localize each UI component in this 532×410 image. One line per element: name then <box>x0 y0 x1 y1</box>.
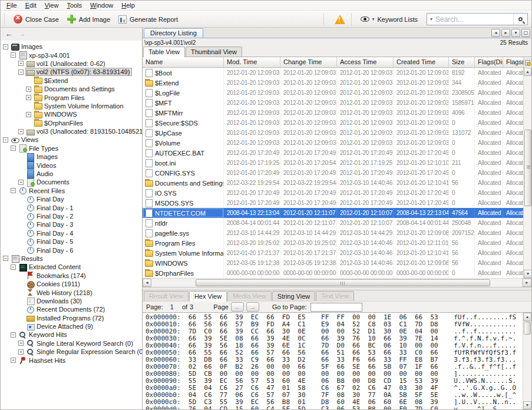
table-row-extend[interactable]: $Extend2012-01-20 12:09:032012-01-20 12:… <box>143 78 524 88</box>
search-options-dropdown[interactable]: ▾ <box>427 16 435 22</box>
generate-report-button[interactable]: Generate Report <box>114 14 182 25</box>
tree-item-results[interactable]: −Results <box>1 254 142 263</box>
tree-item-orphanfiles[interactable]: $OrphanFiles <box>1 119 142 127</box>
column-header-flags-dir[interactable]: Flags(Dir) <box>475 57 503 67</box>
back-button[interactable]: ← <box>3 29 15 39</box>
table-row-mftmirr[interactable]: $MFTMirr2012-01-20 12:09:032012-01-20 12… <box>143 108 524 118</box>
tree-item-extend[interactable]: $Extend <box>1 77 142 85</box>
scroll-right-button[interactable]: ► <box>523 279 531 287</box>
scroll-tabs-left-button[interactable]: ◂ <box>491 29 500 37</box>
expander-icon[interactable]: + <box>18 349 24 355</box>
expander-icon[interactable]: + <box>26 112 31 117</box>
tree-item-windows[interactable]: +WINDOWS <box>1 110 142 118</box>
tree-item-final-day-3[interactable]: Final Day - 3 <box>1 220 142 229</box>
tab-list-dropdown-button[interactable]: ▾ <box>511 29 520 37</box>
tree-item-single-regular-expression-search-0[interactable]: +Single Regular Expression Search (0) <box>1 348 142 356</box>
scroll-tabs-right-button[interactable]: ▸ <box>501 29 510 37</box>
tree-item-downloads-30[interactable]: Downloads (30) <box>1 297 142 305</box>
search-button[interactable] <box>513 14 527 25</box>
table-row-upcase[interactable]: $UpCase2012-01-20 12:09:032012-01-20 12:… <box>143 128 524 138</box>
tree-item-images[interactable]: −Images <box>1 42 142 51</box>
table-row-io-sys[interactable]: IO.SYS2012-01-20 17:20:492012-01-20 17:2… <box>143 188 524 198</box>
scroll-up-button[interactable]: ▲ <box>524 68 531 76</box>
tree-item-documents-and-settings[interactable]: +Documents and Settings <box>1 85 142 93</box>
tree-item-web-history-1218[interactable]: Web History (1218) <box>1 288 142 296</box>
expander-icon[interactable]: + <box>26 87 31 92</box>
table-row-windows[interactable]: WINDOWS2012-03-05 19:12:382012-03-05 19:… <box>143 258 524 268</box>
table-row-logfile[interactable]: $LogFile2012-01-20 12:09:032012-01-20 12… <box>143 88 524 98</box>
tree-item-final-day[interactable]: Final Day <box>1 195 142 203</box>
expander-icon[interactable]: − <box>3 137 8 143</box>
expander-icon[interactable]: + <box>18 180 24 185</box>
tab-string-view[interactable]: String View <box>272 291 315 301</box>
tree-item-single-literal-keyword-search-0[interactable]: +Single Literal Keyword Search (0) <box>1 339 142 348</box>
menu-window[interactable]: Window <box>87 1 117 9</box>
tree-item-file-types[interactable]: −File Types <box>1 144 142 153</box>
tree-item-hashset-hits[interactable]: +Hashset Hits <box>1 356 142 364</box>
expander-icon[interactable]: + <box>26 95 31 100</box>
close-case-button[interactable]: Close Case <box>9 13 63 25</box>
table-row-documents-and-settings[interactable]: Documents and Settings2012-03-22 19:29:5… <box>143 178 524 188</box>
tree-item-final-day-4[interactable]: Final Day - 4 <box>1 229 142 237</box>
column-header-change-time[interactable]: Change Time <box>280 57 337 67</box>
tree-item-recent-documents-72[interactable]: Recent Documents (72) <box>1 305 142 313</box>
tree-item-vol1-unallocated-0-62[interactable]: +vol1 (Unallocated: 0-62) <box>1 59 142 68</box>
tab-media-view[interactable]: Media View <box>227 291 272 301</box>
table-row-autoexec-bat[interactable]: AUTOEXEC.BAT2012-01-20 17:20:492012-01-2… <box>143 148 524 158</box>
tree-item-final-day-5[interactable]: Final Day - 5 <box>1 237 142 246</box>
tree-item-bookmarks-174[interactable]: Bookmarks (174) <box>1 272 142 280</box>
expander-icon[interactable]: + <box>18 129 24 134</box>
tree-item-documents[interactable]: +Documents <box>1 178 142 186</box>
column-header-created-time[interactable]: Created Time <box>394 57 449 67</box>
scroll-down-button[interactable]: ▼ <box>523 401 531 409</box>
hex-scrollbar-thumb[interactable] <box>524 322 531 335</box>
horizontal-scrollbar-thumb[interactable] <box>196 279 490 286</box>
expander-icon[interactable]: − <box>11 264 16 270</box>
tree-item-installed-programs-72[interactable]: Installed Programs (72) <box>1 314 142 322</box>
table-row-boot[interactable]: $Boot2012-01-20 12:09:032012-01-20 12:09… <box>143 68 524 78</box>
tab-directory-listing[interactable]: Directory Listing <box>144 28 203 38</box>
goto-page-input[interactable] <box>310 303 362 312</box>
tree-item-recent-files[interactable]: −Recent Files <box>1 187 142 195</box>
scroll-down-button[interactable]: ▼ <box>524 270 532 278</box>
add-image-button[interactable]: Add Image <box>63 13 114 25</box>
table-row-pagefile-sys[interactable]: pagefile.sys2012-03-10 14:44:292012-03-1… <box>143 228 524 238</box>
menu-help[interactable]: Help <box>118 1 138 9</box>
expander-icon[interactable]: + <box>11 358 16 363</box>
tree-item-device-attached-9[interactable]: Device Attached (9) <box>1 322 142 330</box>
table-row-config-sys[interactable]: CONFIG.SYS2012-01-20 17:20:492012-01-20 … <box>143 168 524 178</box>
tree-item-cookies-1911[interactable]: Cookies (1911) <box>1 280 142 288</box>
expander-icon[interactable]: − <box>3 44 8 49</box>
tree-item-keyword-hits[interactable]: −Keyword Hits <box>1 330 142 339</box>
expander-icon[interactable]: − <box>11 52 16 58</box>
expander-icon[interactable]: − <box>18 70 24 75</box>
table-row-secure-sds[interactable]: $Secure:$SDS2012-01-20 12:09:032012-01-2… <box>143 118 524 128</box>
previous-page-button[interactable]: ← <box>231 302 244 312</box>
expander-icon[interactable]: − <box>3 256 8 261</box>
tree-item-program-files[interactable]: +Program Files <box>1 93 142 101</box>
tree-item-vol2-ntfs-0x07-63-8193149[interactable]: −vol2 (NTFS (0x07): 63-8193149) <box>1 68 142 76</box>
vertical-scrollbar[interactable]: ▲ ▼ <box>523 68 531 278</box>
menu-tools[interactable]: Tools <box>63 1 85 9</box>
hex-scrollbar[interactable]: ▲ ▼ <box>523 313 531 409</box>
menu-edit[interactable]: Edit <box>22 1 40 9</box>
column-header-access-time[interactable]: Access Time <box>337 57 394 67</box>
tab-table-view[interactable]: Table View <box>143 47 185 57</box>
tree-item-images[interactable]: Images <box>1 153 142 161</box>
warning-icon[interactable] <box>335 15 345 24</box>
table-settings-button[interactable] <box>523 58 531 67</box>
table-row-msdos-sys[interactable]: MSDOS.SYS2012-01-20 17:20:492012-01-20 1… <box>143 198 524 208</box>
tree-item-views[interactable]: −Views <box>1 135 142 144</box>
tree-item-xp-sp3-v4-001[interactable]: −xp-sp3-v4.001 <box>1 51 142 59</box>
keyword-lists-button[interactable]: ▾ Keyword Lists <box>356 14 422 25</box>
tab-text-view[interactable]: Text View <box>316 291 354 301</box>
expander-icon[interactable]: + <box>18 61 24 66</box>
search-input[interactable] <box>435 14 513 24</box>
column-header-size[interactable]: Size <box>449 57 475 67</box>
column-header-flags-meta[interactable]: Flags(Meta) <box>503 57 524 67</box>
next-page-button[interactable]: → <box>246 302 259 312</box>
tree-item-audio[interactable]: Audio <box>1 170 142 178</box>
vertical-scrollbar-thumb[interactable] <box>524 130 531 206</box>
tab-thumbnail-view[interactable]: Thumbnail View <box>186 47 242 57</box>
tree-item-videos[interactable]: Videos <box>1 161 142 169</box>
